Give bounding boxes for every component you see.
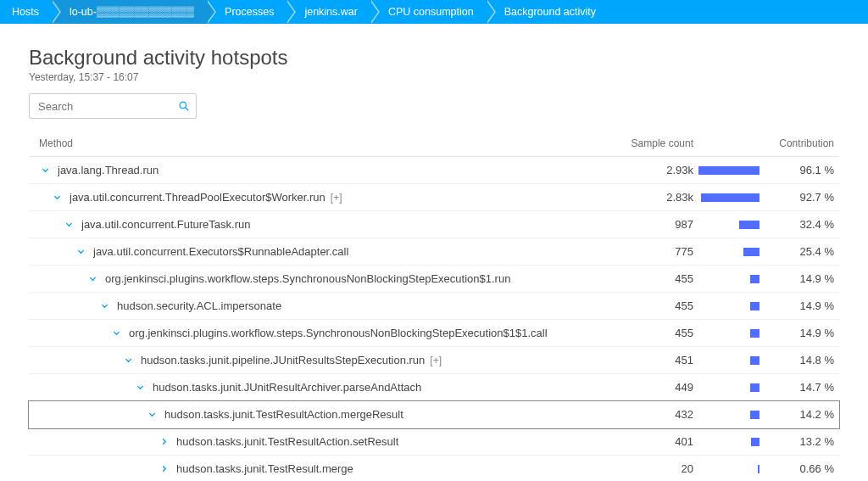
sample-count: 451	[614, 354, 698, 366]
method-name: hudson.tasks.junit.TestResult.merge	[176, 462, 353, 475]
method-cell: java.util.concurrent.FutureTask.run	[29, 218, 614, 231]
contribution-bar	[698, 275, 771, 283]
sample-count: 775	[614, 245, 698, 258]
chevron-down-icon[interactable]	[112, 328, 124, 338]
chevron-right-icon[interactable]	[159, 437, 171, 446]
breadcrumb-label: Processes	[225, 6, 274, 18]
chevron-down-icon[interactable]	[88, 274, 100, 283]
method-cell: hudson.tasks.junit.TestResult.merge	[29, 462, 614, 475]
table-row[interactable]: hudson.security.ACL.impersonate45514.9 %	[29, 293, 839, 320]
table-body: java.lang.Thread.run2.93k96.1 %java.util…	[29, 157, 839, 481]
contribution-bar	[698, 302, 771, 310]
breadcrumb-processes[interactable]: Processes	[206, 0, 286, 24]
sample-count: 2.83k	[614, 191, 698, 204]
method-cell: hudson.tasks.junit.JUnitResultArchiver.p…	[29, 381, 614, 394]
contribution-bar	[698, 438, 771, 446]
contribution-pct: 14.9 %	[771, 272, 839, 285]
table-row[interactable]: java.util.concurrent.FutureTask.run98732…	[29, 211, 839, 238]
table-row[interactable]: java.util.concurrent.Executors$RunnableA…	[29, 238, 839, 266]
table-row[interactable]: hudson.tasks.junit.pipeline.JUnitResults…	[29, 347, 839, 374]
method-name: java.util.concurrent.FutureTask.run	[81, 218, 250, 231]
chevron-down-icon[interactable]	[100, 301, 112, 310]
breadcrumb-label: Hosts	[12, 6, 39, 18]
method-name: org.jenkinsci.plugins.workflow.steps.Syn…	[129, 327, 548, 339]
breadcrumb-host-instance[interactable]: lo-ub-▒▒▒▒▒▒▒▒▒▒▒▒▒	[51, 0, 206, 24]
contribution-pct: 92.7 %	[771, 191, 839, 204]
table-row[interactable]: org.jenkinsci.plugins.workflow.steps.Syn…	[29, 320, 839, 347]
contribution-pct: 25.4 %	[771, 245, 839, 258]
method-name: hudson.tasks.junit.TestResultAction.setR…	[176, 435, 398, 448]
contribution-pct: 14.2 %	[771, 408, 839, 421]
col-method[interactable]: Method	[39, 137, 614, 149]
contribution-bar	[698, 329, 771, 338]
breadcrumb-background-activity[interactable]: Background activity	[486, 0, 608, 24]
breadcrumb-label: CPU consumption	[388, 6, 474, 18]
contribution-bar	[698, 383, 771, 392]
sample-count: 401	[614, 435, 698, 448]
breadcrumb-label: lo-ub-▒▒▒▒▒▒▒▒▒▒▒▒▒	[70, 6, 194, 18]
page-timerange: Yesterday, 15:37 - 16:07	[29, 71, 839, 83]
method-cell: org.jenkinsci.plugins.workflow.steps.Syn…	[29, 272, 614, 285]
page-title: Background activity hotspots	[29, 46, 839, 70]
method-cell: java.lang.Thread.run	[29, 164, 614, 176]
table-row[interactable]: org.jenkinsci.plugins.workflow.steps.Syn…	[29, 266, 839, 293]
contribution-bar	[698, 356, 771, 365]
method-cell: hudson.security.ACL.impersonate	[29, 299, 614, 312]
method-cell: hudson.tasks.junit.TestResultAction.setR…	[29, 435, 614, 448]
contribution-bar	[698, 221, 771, 229]
contribution-pct: 14.9 %	[771, 327, 839, 339]
contribution-pct: 0.66 %	[771, 462, 839, 475]
chevron-right-icon[interactable]	[159, 464, 171, 473]
chevron-down-icon[interactable]	[76, 247, 88, 256]
chevron-down-icon[interactable]	[64, 220, 76, 229]
sample-count: 455	[614, 272, 698, 285]
sample-count: 432	[614, 408, 698, 421]
contribution-pct: 13.2 %	[771, 435, 839, 448]
table-row[interactable]: java.util.concurrent.ThreadPoolExecutor$…	[29, 184, 839, 211]
chevron-down-icon[interactable]	[53, 193, 64, 202]
svg-line-1	[186, 108, 189, 111]
col-sample[interactable]: Sample count	[614, 137, 698, 149]
method-cell: hudson.tasks.junit.TestResultAction.merg…	[29, 408, 614, 421]
table-row[interactable]: hudson.tasks.junit.TestResultAction.setR…	[29, 428, 839, 456]
col-contribution[interactable]: Contribution	[771, 137, 839, 149]
method-name: hudson.tasks.junit.JUnitResultArchiver.p…	[153, 381, 421, 394]
contribution-bar	[698, 248, 771, 256]
method-cell: java.util.concurrent.Executors$RunnableA…	[29, 245, 614, 258]
method-name: hudson.tasks.junit.TestResultAction.merg…	[164, 408, 403, 421]
breadcrumb: Hosts lo-ub-▒▒▒▒▒▒▒▒▒▒▒▒▒ Processes jenk…	[0, 0, 868, 24]
sample-count: 2.93k	[614, 164, 698, 176]
chevron-down-icon[interactable]	[41, 165, 53, 175]
expand-badge[interactable]: [+]	[430, 355, 442, 366]
contribution-bar	[698, 465, 771, 473]
breadcrumb-hosts[interactable]: Hosts	[0, 0, 51, 24]
contribution-bar	[698, 193, 771, 202]
table-header: Method Sample count Contribution	[29, 132, 839, 157]
contribution-pct: 96.1 %	[771, 164, 839, 176]
contribution-bar	[698, 411, 771, 419]
method-name: java.lang.Thread.run	[58, 164, 159, 176]
chevron-down-icon[interactable]	[124, 355, 136, 365]
breadcrumb-cpu-consumption[interactable]: CPU consumption	[370, 0, 486, 24]
method-cell: org.jenkinsci.plugins.workflow.steps.Syn…	[29, 327, 614, 339]
search-input[interactable]	[29, 93, 197, 119]
chevron-down-icon[interactable]	[136, 383, 147, 392]
table-row[interactable]: java.lang.Thread.run2.93k96.1 %	[29, 157, 839, 184]
breadcrumb-label: jenkins.war	[304, 6, 358, 18]
breadcrumb-label: Background activity	[504, 6, 596, 18]
search-icon[interactable]	[178, 100, 190, 112]
table-row[interactable]: hudson.tasks.junit.TestResult.merge200.6…	[29, 456, 839, 481]
sample-count: 987	[614, 218, 698, 231]
table-row[interactable]: hudson.tasks.junit.JUnitResultArchiver.p…	[29, 374, 839, 401]
expand-badge[interactable]: [+]	[331, 192, 342, 204]
table-row[interactable]: hudson.tasks.junit.TestResultAction.merg…	[29, 401, 839, 428]
chevron-down-icon[interactable]	[147, 410, 159, 419]
contribution-bar	[698, 166, 771, 175]
sample-count: 449	[614, 381, 698, 394]
breadcrumb-jenkins-war[interactable]: jenkins.war	[286, 0, 370, 24]
sample-count: 20	[614, 462, 698, 475]
contribution-pct: 14.9 %	[771, 299, 839, 312]
sample-count: 455	[614, 299, 698, 312]
contribution-pct: 14.7 %	[771, 381, 839, 394]
contribution-pct: 32.4 %	[771, 218, 839, 231]
